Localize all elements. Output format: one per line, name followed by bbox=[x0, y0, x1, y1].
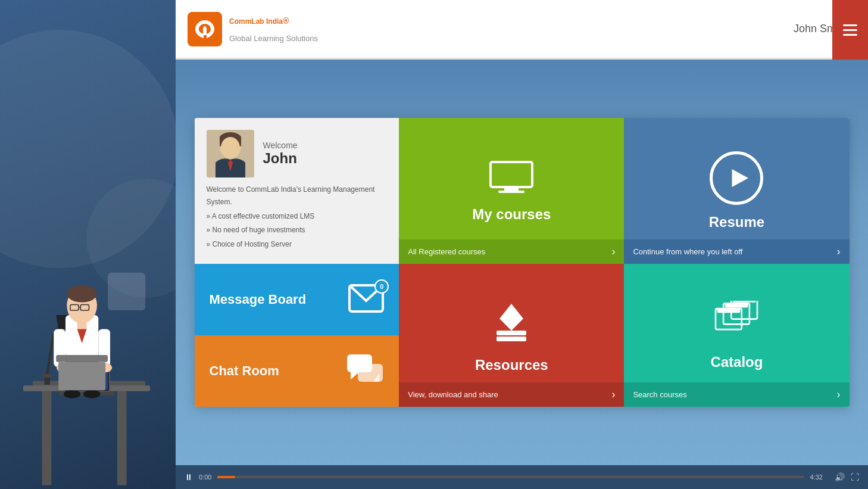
my-courses-arrow-icon: › bbox=[611, 245, 615, 258]
svg-rect-2 bbox=[42, 391, 52, 485]
svg-marker-47 bbox=[499, 304, 511, 331]
chat-room-tile[interactable]: Chat Room bbox=[195, 335, 399, 407]
menu-line-1 bbox=[843, 24, 857, 26]
svg-rect-16 bbox=[77, 322, 87, 329]
svg-point-27 bbox=[64, 390, 80, 398]
logo-name-text: CommLab India bbox=[229, 17, 283, 26]
resources-icon bbox=[488, 298, 535, 348]
welcome-name: John bbox=[263, 150, 298, 167]
catalog-tile[interactable]: Catalog Search courses › bbox=[624, 264, 849, 407]
courses-icon bbox=[488, 159, 535, 197]
welcome-bullet-1: » A cost effective customized LMS bbox=[207, 210, 388, 223]
svg-rect-52 bbox=[717, 309, 741, 313]
resume-circle-icon bbox=[710, 151, 763, 205]
my-courses-tile[interactable]: My courses All Registered courses › bbox=[399, 118, 624, 264]
svg-point-28 bbox=[83, 390, 100, 398]
catalog-title: Catalog bbox=[710, 354, 763, 370]
resume-footer-text: Continue from where you left off bbox=[633, 247, 742, 256]
resources-arrow-icon: › bbox=[611, 388, 615, 401]
message-board-title: Message Board bbox=[210, 292, 307, 307]
svg-marker-41 bbox=[732, 169, 749, 187]
time-current: 0:00 bbox=[199, 474, 211, 481]
menu-line-2 bbox=[843, 29, 857, 31]
message-board-icon-wrapper: 0 bbox=[348, 284, 384, 315]
background-illustration bbox=[0, 0, 176, 489]
svg-marker-44 bbox=[351, 372, 359, 379]
svg-rect-29 bbox=[56, 355, 108, 362]
badge-count: 0 bbox=[380, 283, 383, 290]
my-courses-title: My courses bbox=[472, 206, 551, 223]
resume-tile[interactable]: Resume Continue from where you left off … bbox=[624, 118, 849, 264]
fullscreen-icon[interactable]: ⛶ bbox=[851, 472, 859, 482]
play-pause-button[interactable]: ⏸ bbox=[185, 472, 193, 482]
welcome-card: Welcome John Welcome to CommLab India's … bbox=[195, 118, 399, 264]
message-board-tile[interactable]: Message Board 0 bbox=[195, 264, 399, 335]
dashboard-grid: Welcome John Welcome to CommLab India's … bbox=[195, 118, 850, 407]
menu-button[interactable] bbox=[832, 0, 868, 60]
logo-area: CommLab India® Global Learning Solutions bbox=[188, 12, 318, 46]
main-container: CommLab India® Global Learning Solutions… bbox=[176, 0, 868, 489]
logo-icon bbox=[188, 12, 222, 46]
svg-rect-40 bbox=[498, 191, 524, 193]
avatar bbox=[207, 130, 254, 177]
svg-rect-56 bbox=[733, 301, 756, 303]
header-right: John Smith bbox=[794, 23, 856, 35]
resources-footer-text: View, download and share bbox=[408, 390, 498, 399]
menu-line-3 bbox=[843, 34, 857, 36]
chat-room-title: Chat Room bbox=[210, 363, 279, 379]
catalog-footer[interactable]: Search courses › bbox=[624, 382, 849, 407]
svg-rect-3 bbox=[117, 391, 127, 485]
catalog-footer-text: Search courses bbox=[633, 390, 686, 399]
svg-marker-48 bbox=[511, 304, 523, 331]
logo-name: CommLab India® bbox=[229, 15, 318, 34]
resume-arrow-icon: › bbox=[837, 245, 841, 258]
catalog-icon bbox=[710, 301, 763, 345]
logo-text-area: CommLab India® Global Learning Solutions bbox=[229, 15, 318, 43]
welcome-user: Welcome John bbox=[207, 130, 388, 177]
logo-trademark: ® bbox=[283, 16, 289, 26]
svg-rect-30 bbox=[58, 362, 105, 390]
my-courses-footer-text: All Registered courses bbox=[408, 247, 485, 256]
welcome-desc-main: Welcome to CommLab India's Learning Mana… bbox=[207, 183, 388, 209]
logo-tagline: Global Learning Solutions bbox=[229, 34, 318, 43]
progress-bar[interactable] bbox=[217, 476, 804, 478]
svg-point-37 bbox=[221, 137, 240, 158]
progress-fill bbox=[217, 476, 235, 478]
header: CommLab India® Global Learning Solutions… bbox=[176, 0, 868, 60]
dashboard-wrapper: Welcome John Welcome to CommLab India's … bbox=[176, 60, 868, 465]
svg-rect-50 bbox=[497, 337, 526, 341]
resources-tile[interactable]: Resources View, download and share › bbox=[399, 264, 624, 407]
welcome-bullet-3: » Choice of Hosting Server bbox=[207, 238, 388, 251]
svg-point-12 bbox=[67, 285, 97, 302]
welcome-description: Welcome to CommLab India's Learning Mana… bbox=[207, 183, 388, 253]
welcome-bullet-2: » No need of huge investments bbox=[207, 224, 388, 237]
time-total: 4:32 bbox=[810, 474, 823, 481]
message-badge: 0 bbox=[374, 279, 389, 294]
svg-rect-31 bbox=[108, 273, 145, 310]
desk-illustration bbox=[0, 132, 176, 489]
resume-footer[interactable]: Continue from where you left off › bbox=[624, 239, 849, 264]
svg-rect-38 bbox=[491, 162, 532, 187]
svg-rect-39 bbox=[504, 187, 519, 191]
chat-room-icon bbox=[346, 353, 384, 389]
volume-icon[interactable]: 🔊 bbox=[835, 472, 845, 482]
catalog-arrow-icon: › bbox=[837, 388, 841, 401]
resume-title: Resume bbox=[709, 214, 764, 231]
svg-rect-49 bbox=[497, 331, 526, 335]
welcome-text: Welcome John bbox=[263, 141, 298, 167]
svg-rect-5 bbox=[42, 374, 52, 378]
svg-rect-54 bbox=[725, 303, 748, 307]
resources-footer[interactable]: View, download and share › bbox=[399, 382, 624, 407]
my-courses-footer[interactable]: All Registered courses › bbox=[399, 239, 624, 264]
resources-title: Resources bbox=[475, 357, 548, 373]
video-controls: ⏸ 0:00 4:32 🔊 ⛶ bbox=[176, 465, 868, 489]
welcome-greeting: Welcome bbox=[263, 141, 298, 150]
bottom-left-column: Message Board 0 Chat Room bbox=[195, 264, 399, 407]
svg-line-6 bbox=[47, 334, 54, 373]
